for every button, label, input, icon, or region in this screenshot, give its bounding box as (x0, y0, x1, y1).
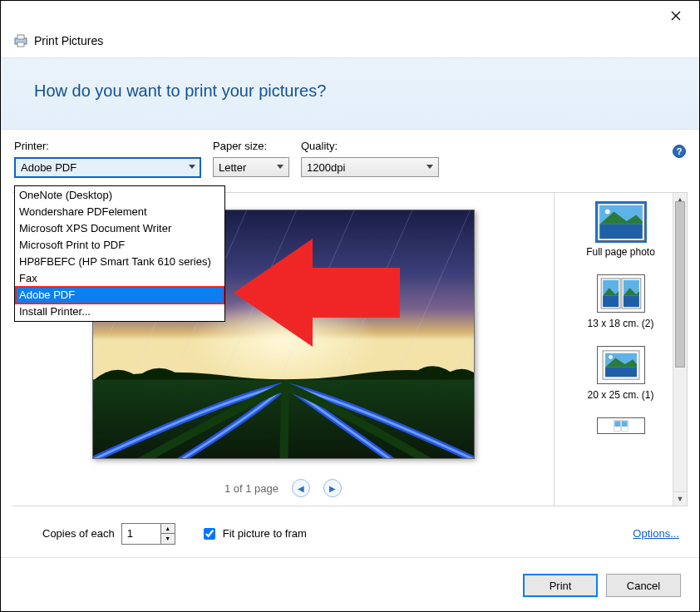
layout-pane[interactable]: Full page photo 13 x 18 cm. (2) 20 x 25 … (554, 193, 687, 506)
copies-input[interactable] (122, 524, 160, 544)
fit-picture-input[interactable] (204, 528, 215, 540)
svg-point-18 (604, 210, 609, 215)
layout-label: 20 x 25 cm. (1) (587, 389, 653, 401)
printer-select[interactable]: Adobe PDF (14, 157, 201, 178)
svg-rect-3 (17, 35, 24, 39)
quality-label: Quality: (301, 140, 439, 152)
svg-point-28 (609, 355, 613, 359)
close-button[interactable] (659, 4, 693, 27)
printer-option[interactable]: Microsoft Print to PDF (16, 237, 224, 254)
header-banner: How do you want to print your pictures? (1, 57, 699, 130)
printer-option[interactable]: Wondershare PDFelement (16, 204, 224, 220)
svg-rect-4 (17, 42, 24, 47)
copies-spinner[interactable]: ▲ ▼ (121, 523, 175, 545)
next-page-button[interactable]: ▶ (323, 479, 342, 497)
layout-label: 13 x 18 cm. (2) (587, 318, 653, 329)
printer-option[interactable]: Install Printer... (16, 304, 224, 320)
copies-down[interactable]: ▼ (161, 534, 175, 544)
quality-select[interactable]: 1200dpi (301, 157, 439, 177)
cancel-button[interactable]: Cancel (606, 574, 681, 597)
svg-rect-24 (623, 296, 638, 307)
svg-rect-21 (603, 296, 619, 307)
svg-rect-32 (622, 421, 628, 427)
printer-option-selected[interactable]: Adobe PDF (16, 287, 224, 304)
paper-size-label: Paper size: (213, 140, 289, 152)
printer-icon (12, 34, 29, 47)
layout-20x25[interactable]: 20 x 25 cm. (1) (555, 341, 687, 412)
titlebar (1, 1, 699, 32)
paper-size-select[interactable]: Letter (213, 157, 289, 177)
layout-full-page[interactable]: Full page photo (555, 198, 687, 269)
page-status: 1 of 1 page (224, 482, 279, 495)
help-icon[interactable]: ? (673, 145, 686, 158)
printer-option[interactable]: HP8FBEFC (HP Smart Tank 610 series) (16, 254, 224, 270)
layout-label: Full page photo (586, 246, 655, 258)
printer-dropdown-list[interactable]: OneNote (Desktop) Wondershare PDFelement… (14, 185, 225, 322)
fit-picture-checkbox[interactable]: Fit picture to fram (200, 526, 307, 542)
printer-label: Printer: (14, 140, 201, 152)
prev-page-button[interactable]: ◀ (292, 479, 310, 497)
options-link[interactable]: Options... (633, 527, 679, 540)
layout-scrollbar[interactable]: ▲ ▼ (673, 193, 687, 506)
window-title: Print Pictures (34, 34, 103, 47)
print-button[interactable]: Print (523, 574, 598, 597)
printer-option[interactable]: Microsoft XPS Document Writer (16, 220, 224, 237)
printer-option[interactable]: OneNote (Desktop) (16, 187, 224, 204)
layout-partial[interactable] (555, 412, 687, 434)
copies-up[interactable]: ▲ (161, 524, 175, 534)
svg-rect-17 (599, 225, 642, 239)
svg-rect-27 (604, 368, 636, 377)
layout-13x18[interactable]: 13 x 18 cm. (2) (555, 269, 687, 341)
page-heading: How do you want to print your pictures? (34, 81, 666, 101)
fit-picture-label: Fit picture to fram (223, 527, 307, 540)
copies-label: Copies of each (42, 527, 115, 540)
printer-option[interactable]: Fax (16, 270, 224, 287)
svg-rect-30 (614, 421, 620, 427)
